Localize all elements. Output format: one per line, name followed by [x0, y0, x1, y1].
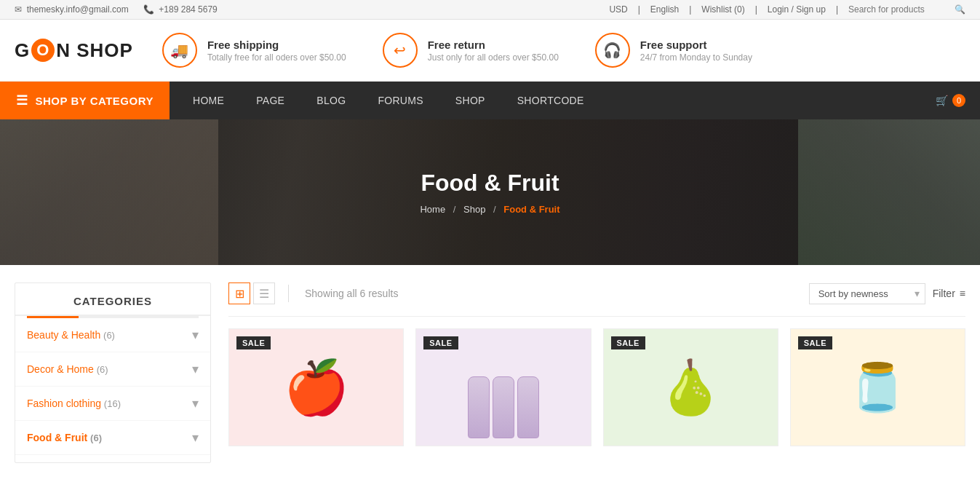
nav-links: HOME PAGE BLOG FORUMS SHOP SHORTCODE — [170, 82, 921, 119]
nav-blog[interactable]: BLOG — [300, 82, 362, 119]
logo[interactable]: G O N SHOP — [15, 39, 133, 62]
language-selector[interactable]: English — [650, 4, 679, 15]
feature-return: ↩ Free return Just only for all oders ov… — [383, 33, 559, 68]
logo-o: O — [31, 39, 55, 62]
main-nav: ☰ SHOP BY CATEGORY HOME PAGE BLOG FORUMS… — [0, 82, 980, 119]
nav-shop[interactable]: SHOP — [439, 82, 501, 119]
wishlist-link[interactable]: Wishlist (0) — [701, 4, 744, 15]
nav-forums[interactable]: FORUMS — [362, 82, 439, 119]
logo-prefix: G — [15, 39, 30, 62]
breadcrumb-current: Food & Fruit — [503, 204, 559, 215]
shipping-sub: Totally free for all oders over $50.00 — [207, 52, 346, 63]
sale-badge-1: SALE — [236, 336, 271, 349]
return-title: Free return — [428, 39, 559, 51]
bottle-1 — [468, 376, 490, 438]
chevron-down-icon-beauty: ▾ — [192, 327, 199, 343]
breadcrumb-shop[interactable]: Shop — [463, 204, 485, 215]
product-emoji-3: 🍐 — [658, 357, 723, 419]
sale-badge-4: SALE — [798, 336, 832, 349]
product-card-1[interactable]: SALE 🍎 — [228, 328, 404, 446]
cat-decor-name: Decor & Home (6) — [27, 363, 108, 375]
hero-title: Food & Fruit — [420, 170, 559, 197]
sale-badge-2: SALE — [423, 336, 458, 349]
hero-photo-right — [798, 119, 980, 265]
list-view-btn[interactable]: ☰ — [253, 282, 275, 304]
view-toggle: ⊞ ☰ — [228, 282, 275, 304]
feature-support-text: Free support 24/7 from Monday to Sunday — [640, 39, 752, 63]
shipping-icon: 🚚 — [162, 33, 197, 68]
hero-photo-left — [0, 119, 218, 265]
shipping-title: Free shipping — [207, 39, 346, 51]
logo-suffix: N SHOP — [56, 39, 133, 62]
phone-contact: 📞 +189 284 5679 — [143, 4, 218, 15]
sidebar: CATEGORIES Beauty & Health (6) ▾ Decor &… — [15, 282, 211, 463]
cat-beauty-name: Beauty & Health (6) — [27, 329, 115, 341]
breadcrumb: Home / Shop / Food & Fruit — [420, 204, 559, 215]
search-input[interactable] — [848, 4, 950, 15]
toolbar-divider — [288, 285, 289, 302]
nav-home[interactable]: HOME — [177, 82, 240, 119]
product-card-3[interactable]: SALE 🍐 — [603, 328, 778, 446]
currency-selector[interactable]: USD — [609, 4, 627, 15]
product-emoji-4: 🫙 — [848, 360, 907, 415]
feature-return-text: Free return Just only for all oders over… — [428, 39, 559, 63]
results-count: Showing all 6 results — [302, 288, 802, 299]
products-area: ⊞ ☰ Showing all 6 results Sort by newnes… — [228, 282, 965, 463]
search-icon[interactable]: 🔍 — [955, 4, 965, 15]
nav-page[interactable]: PAGE — [240, 82, 300, 119]
support-title: Free support — [640, 39, 752, 51]
login-link[interactable]: Login / Sign up — [768, 4, 826, 15]
bottle-3 — [517, 376, 539, 438]
chevron-down-icon-decor: ▾ — [192, 361, 199, 377]
return-sub: Just only for all oders over $50.00 — [428, 52, 559, 63]
categories-title: CATEGORIES — [15, 283, 210, 316]
cat-food-name: Food & Fruit (6) — [27, 432, 102, 443]
support-sub: 24/7 from Monday to Sunday — [640, 52, 752, 63]
hero-banner: Food & Fruit Home / Shop / Food & Fruit — [0, 119, 980, 265]
return-icon: ↩ — [383, 33, 418, 68]
products-toolbar: ⊞ ☰ Showing all 6 results Sort by newnes… — [228, 282, 965, 317]
bottle-2 — [493, 376, 514, 438]
chevron-down-icon-fashion: ▾ — [192, 395, 199, 411]
nav-shortcode[interactable]: SHORTCODE — [501, 82, 600, 119]
filter-label: Filter — [933, 288, 955, 299]
category-btn-label: SHOP BY CATEGORY — [36, 95, 154, 107]
cart-icon: 🛒 — [936, 95, 948, 106]
sort-select[interactable]: Sort by newness — [809, 283, 925, 304]
category-item-food[interactable]: Food & Fruit (6) ▾ — [15, 421, 210, 455]
feature-support: 🎧 Free support 24/7 from Monday to Sunda… — [595, 33, 752, 68]
email-contact: ✉ themesky.info@gmail.com — [15, 4, 129, 15]
top-bar: ✉ themesky.info@gmail.com 📞 +189 284 567… — [0, 0, 980, 20]
support-icon: 🎧 — [595, 33, 630, 68]
chevron-down-icon-food: ▾ — [192, 430, 199, 446]
categories-box: CATEGORIES Beauty & Health (6) ▾ Decor &… — [15, 282, 211, 463]
cart-area[interactable]: 🛒 0 — [921, 94, 980, 107]
product-card-2[interactable]: SALE — [415, 328, 591, 446]
product-grid: SALE 🍎 SALE SALE 🍐 — [228, 328, 965, 446]
search-bar: 🔍 — [848, 4, 965, 15]
body-area: CATEGORIES Beauty & Health (6) ▾ Decor &… — [0, 265, 980, 481]
sort-wrapper: Sort by newness ▾ — [809, 283, 925, 304]
category-item-fashion[interactable]: Fashion clothing (16) ▾ — [15, 387, 210, 421]
filter-icon: ≡ — [960, 288, 965, 299]
phone-icon: 📞 — [143, 4, 154, 15]
feature-shipping: 🚚 Free shipping Totally free for all ode… — [162, 33, 346, 68]
cart-count: 0 — [952, 94, 965, 107]
filter-button[interactable]: Filter ≡ — [933, 288, 965, 299]
sale-badge-3: SALE — [611, 336, 645, 349]
product-card-4[interactable]: SALE 🫙 — [790, 328, 965, 446]
cat-fashion-name: Fashion clothing (16) — [27, 398, 121, 409]
shop-by-category-btn[interactable]: ☰ SHOP BY CATEGORY — [0, 82, 170, 119]
header: G O N SHOP 🚚 Free shipping Totally free … — [0, 20, 980, 82]
product-emoji-1: 🍎 — [284, 357, 349, 419]
top-bar-left: ✉ themesky.info@gmail.com 📞 +189 284 567… — [15, 4, 218, 15]
category-item-decor[interactable]: Decor & Home (6) ▾ — [15, 352, 210, 387]
hero-content: Food & Fruit Home / Shop / Food & Fruit — [420, 170, 559, 215]
breadcrumb-home[interactable]: Home — [420, 204, 445, 215]
grid-view-btn[interactable]: ⊞ — [228, 282, 250, 304]
email-icon: ✉ — [15, 4, 22, 15]
top-bar-right: USD | English | Wishlist (0) | Login / S… — [609, 4, 965, 15]
category-item-beauty[interactable]: Beauty & Health (6) ▾ — [15, 318, 210, 352]
features-area: 🚚 Free shipping Totally free for all ode… — [162, 33, 965, 68]
feature-shipping-text: Free shipping Totally free for all oders… — [207, 39, 346, 63]
